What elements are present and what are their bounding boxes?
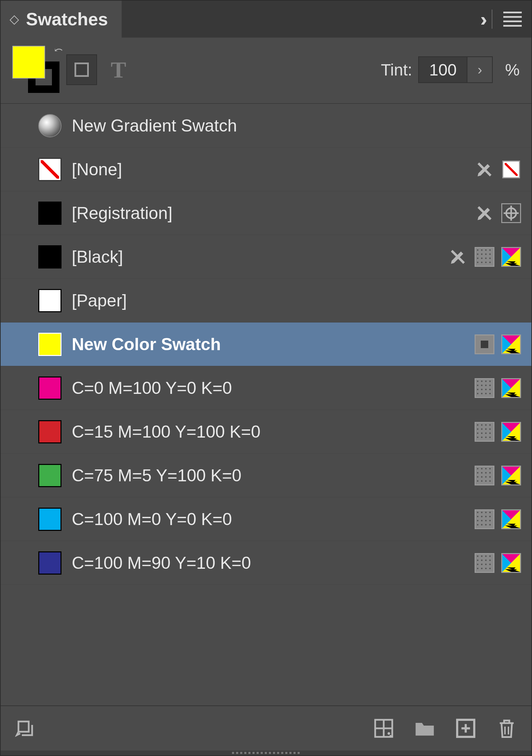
registration-icon [501,203,521,223]
none-type-icon [501,160,521,179]
swatch-row[interactable]: C=100 M=90 Y=10 K=0 [1,541,531,585]
swatch-label: [Registration] [72,203,464,223]
halftone-icon [475,553,494,573]
tint-percent-label: % [505,60,520,79]
swatch-row[interactable]: [Paper] [1,279,531,322]
swatch-status-icons [448,247,521,267]
panel-header: ◇ Swatches ›› [1,1,531,38]
tint-input-group: › [418,56,493,83]
swatch-status-icons [475,553,521,573]
tint-slider-toggle[interactable]: › [467,57,492,82]
swatch-row[interactable]: [None] [1,148,531,191]
swatch-label: New Color Swatch [72,334,464,354]
halftone-icon [475,509,494,529]
swatch-status-icons [475,466,521,485]
process-color-icon [501,422,521,442]
process-color-icon [501,466,521,485]
swatch-list: New Gradient Swatch[None] [Registration]… [1,104,531,705]
swatch-chip [38,114,62,137]
resize-grip[interactable] [1,751,531,755]
swatch-chip [38,158,62,181]
panel-menu-icon[interactable] [503,12,522,27]
swatch-chip [38,245,62,269]
process-color-icon [501,334,521,354]
halftone-icon [475,378,494,398]
swatch-row[interactable]: C=100 M=0 Y=0 K=0 [1,497,531,541]
swatch-label: [None] [72,160,464,179]
swatch-chip [38,551,62,575]
svg-point-44 [387,732,390,735]
swatch-status-icons [475,334,521,354]
swatch-label: C=100 M=90 Y=10 K=0 [72,553,464,573]
formatting-container-button[interactable] [66,54,97,85]
swatch-label: C=15 M=100 Y=100 K=0 [72,422,464,442]
show-swatch-options-icon[interactable] [14,717,36,739]
non-editable-icon [475,203,494,223]
non-editable-icon [448,247,468,267]
delete-swatch-icon[interactable] [496,717,518,739]
tint-label: Tint: [381,60,412,79]
swatch-status-icons [475,509,521,529]
swatch-row[interactable]: [Registration] [1,191,531,235]
swatch-chip [38,464,62,487]
swatch-chip [38,333,62,356]
spot-color-icon [475,334,494,354]
swatch-status-icons [475,203,521,223]
process-color-icon [501,378,521,398]
swatch-row[interactable]: C=15 M=100 Y=100 K=0 [1,410,531,454]
non-editable-icon [475,160,494,179]
fill-stroke-proxy[interactable]: ⤺ [12,46,60,94]
tint-input[interactable] [419,57,467,82]
swatch-row[interactable]: New Gradient Swatch [1,104,531,148]
expand-collapse-icon[interactable]: ◇ [10,12,19,26]
swatch-label: C=100 M=0 Y=0 K=0 [72,509,464,529]
swatch-label: New Gradient Swatch [72,116,511,136]
swatch-row[interactable]: C=75 M=5 Y=100 K=0 [1,454,531,497]
panel-title: Swatches [26,9,108,29]
swatch-status-icons [475,378,521,398]
swatch-chip [38,376,62,400]
divider [492,10,492,29]
swatch-chip [38,508,62,531]
swatch-row[interactable]: New Color Swatch [1,322,531,366]
swatch-row[interactable]: C=0 M=100 Y=0 K=0 [1,366,531,410]
process-color-icon [501,247,521,267]
swatch-chip [38,289,62,312]
swatch-view-mode-icon[interactable] [373,717,395,739]
process-color-icon [501,509,521,529]
fill-color-box[interactable] [12,46,45,79]
swatches-panel: ◇ Swatches ›› ⤺ T Tint: › % New Gr [0,0,532,756]
panel-tab[interactable]: ◇ Swatches [1,1,122,38]
formatting-text-button[interactable]: T [107,56,126,83]
svg-point-45 [390,735,392,737]
swatch-chip [38,420,62,443]
controls-row: ⤺ T Tint: › % [1,38,531,104]
swatch-status-icons [475,160,521,179]
swatch-label: C=0 M=100 Y=0 K=0 [72,378,464,398]
new-swatch-icon[interactable] [455,717,477,739]
swatch-row[interactable]: [Black] [1,235,531,279]
swatch-label: [Black] [72,247,438,267]
new-color-group-icon[interactable] [414,717,436,739]
swatch-chip [38,202,62,225]
halftone-icon [475,247,494,267]
halftone-icon [475,466,494,485]
panel-footer [1,705,531,751]
swatch-label: C=75 M=5 Y=100 K=0 [72,466,464,485]
swatch-label: [Paper] [72,291,511,311]
swap-fill-stroke-icon[interactable]: ⤺ [54,44,63,56]
halftone-icon [475,422,494,442]
swatch-status-icons [475,422,521,442]
process-color-icon [501,553,521,573]
